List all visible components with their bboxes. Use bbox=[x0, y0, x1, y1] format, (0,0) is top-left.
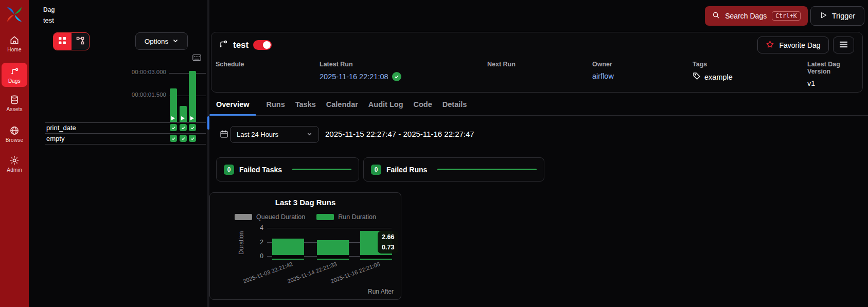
search-dags-label: Search Dags bbox=[725, 12, 767, 20]
search-dags-button[interactable]: Search Dags Ctrl+K bbox=[705, 6, 808, 26]
row-divider bbox=[45, 133, 206, 134]
task-instance-success-icon[interactable] bbox=[170, 124, 177, 131]
dag-icon bbox=[218, 39, 228, 51]
chart-title: Last 3 Dag Runs bbox=[210, 198, 401, 207]
hamburger-menu-icon bbox=[839, 41, 848, 50]
task-instance-success-icon[interactable] bbox=[189, 135, 196, 142]
tab-tasks[interactable]: Tasks bbox=[295, 93, 316, 115]
favorite-dag-label: Favorite Dag bbox=[779, 41, 820, 49]
duration-tick-label: 00:00:01.500 bbox=[120, 92, 166, 98]
task-instance-success-icon[interactable] bbox=[189, 124, 196, 131]
panel-resize-grip[interactable] bbox=[207, 116, 209, 130]
sparkline bbox=[292, 169, 351, 170]
sidebar-item-label: Browse bbox=[0, 137, 29, 143]
row-divider bbox=[45, 122, 206, 123]
sidebar-item-assets[interactable]: Assets bbox=[0, 95, 29, 112]
run-duration-bar[interactable] bbox=[272, 239, 304, 255]
owner-link[interactable]: airflow bbox=[592, 72, 614, 80]
sidebar-item-label: Home bbox=[0, 47, 29, 52]
run-duration-bar[interactable] bbox=[317, 240, 349, 255]
queued-duration-segment bbox=[272, 256, 304, 260]
shortcut-badge: Ctrl+K bbox=[772, 11, 801, 21]
sidebar-item-label: Admin bbox=[0, 167, 29, 173]
dag-run-bar[interactable] bbox=[180, 106, 187, 122]
sidebar-item-dags[interactable]: Dags bbox=[2, 63, 27, 87]
gridline bbox=[169, 73, 206, 74]
failed-runs-count-badge: 0 bbox=[371, 165, 381, 175]
legend-queued-duration[interactable]: Queued Duration bbox=[235, 213, 305, 221]
task-row-name[interactable]: empty bbox=[46, 135, 64, 142]
tag-value[interactable]: example bbox=[704, 73, 733, 81]
success-check-icon bbox=[392, 72, 401, 81]
sidebar-item-label: Dags bbox=[2, 78, 27, 84]
breadcrumb-dag-name[interactable]: test bbox=[43, 16, 54, 24]
chevron-down-icon bbox=[307, 131, 312, 138]
dag-icon bbox=[2, 66, 27, 77]
play-icon bbox=[190, 116, 194, 120]
favorite-dag-button[interactable]: Favorite Dag bbox=[757, 37, 829, 53]
airflow-logo-icon[interactable] bbox=[6, 6, 23, 23]
sidebar-item-admin[interactable]: Admin bbox=[0, 155, 29, 173]
chart-legend: Queued Duration Run Duration bbox=[210, 213, 401, 221]
legend-run-duration[interactable]: Run Duration bbox=[316, 213, 376, 221]
bar-value-labels: 2.66 0.73 bbox=[378, 231, 398, 254]
tab-details[interactable]: Details bbox=[442, 93, 467, 115]
calendar-icon bbox=[220, 130, 228, 140]
search-icon bbox=[712, 11, 720, 21]
time-range-text: 2025-11-15 22:27:47 - 2025-11-16 22:27:4… bbox=[325, 130, 474, 138]
last-3-dag-runs-chart: Last 3 Dag Runs Queued Duration Run Dura… bbox=[209, 192, 401, 300]
legend-swatch bbox=[316, 214, 334, 220]
y-tick: 0 bbox=[248, 252, 263, 260]
field-latest-dag-version: Latest Dag Version v1 bbox=[807, 61, 862, 87]
airflow-dag-page: Home Dags Assets bbox=[0, 0, 868, 307]
options-label: Options bbox=[145, 38, 169, 45]
dag-pause-toggle[interactable] bbox=[253, 40, 272, 50]
queued-duration-segment bbox=[360, 256, 392, 260]
tab-runs[interactable]: Runs bbox=[267, 93, 285, 115]
legend-swatch bbox=[235, 214, 252, 220]
globe-icon bbox=[0, 125, 29, 136]
breadcrumb-section: Dag bbox=[43, 6, 55, 13]
failed-tasks-card: 0 Failed Tasks bbox=[216, 157, 359, 182]
tab-overview[interactable]: Overview bbox=[209, 93, 256, 115]
play-outline-icon bbox=[820, 11, 827, 21]
graph-view-icon bbox=[76, 37, 84, 47]
tab-audit-log[interactable]: Audit Log bbox=[368, 93, 403, 115]
task-instance-success-icon[interactable] bbox=[180, 124, 187, 131]
chevron-down-icon bbox=[172, 38, 179, 45]
play-icon bbox=[171, 116, 175, 120]
latest-run-link[interactable]: 2025-11-16 22:21:08 bbox=[320, 73, 388, 81]
field-next-run: Next Run bbox=[487, 61, 516, 72]
x-axis-label: Run After bbox=[368, 288, 394, 295]
dag-run-bar[interactable] bbox=[170, 88, 177, 122]
run-duration-mini-chart: 00:00:03.000 00:00:01.500 bbox=[123, 51, 206, 122]
graph-view-button[interactable] bbox=[72, 33, 90, 50]
task-instance-success-icon[interactable] bbox=[180, 135, 187, 142]
home-icon bbox=[0, 35, 29, 45]
sidebar-item-browse[interactable]: Browse bbox=[0, 125, 29, 143]
time-range-select[interactable]: Last 24 Hours bbox=[230, 126, 319, 143]
star-icon bbox=[766, 40, 774, 50]
database-icon bbox=[0, 95, 29, 105]
task-instance-success-icon[interactable] bbox=[170, 135, 177, 142]
tab-calendar[interactable]: Calendar bbox=[326, 93, 358, 115]
gridline bbox=[267, 228, 392, 228]
grid-view-button[interactable] bbox=[54, 33, 72, 50]
field-latest-run: Latest Run 2025-11-16 22:21:08 bbox=[320, 61, 401, 81]
dag-run-bar[interactable] bbox=[189, 71, 196, 122]
sidebar-item-label: Assets bbox=[0, 106, 29, 112]
options-button[interactable]: Options bbox=[135, 32, 188, 50]
dag-actions-menu-button[interactable] bbox=[833, 37, 854, 53]
grid-view-icon bbox=[58, 37, 66, 47]
sidebar-item-home[interactable]: Home bbox=[0, 35, 29, 52]
field-tags: Tags example bbox=[693, 61, 733, 82]
sidebar: Home Dags Assets bbox=[0, 0, 29, 307]
trigger-button[interactable]: Trigger bbox=[810, 6, 864, 26]
field-schedule: Schedule bbox=[216, 61, 244, 72]
gear-icon bbox=[0, 155, 29, 166]
y-axis-label: Duration bbox=[238, 225, 245, 261]
row-divider bbox=[45, 144, 206, 145]
play-icon bbox=[181, 116, 185, 120]
tab-code[interactable]: Code bbox=[414, 93, 432, 115]
task-row-name[interactable]: print_date bbox=[46, 124, 76, 132]
